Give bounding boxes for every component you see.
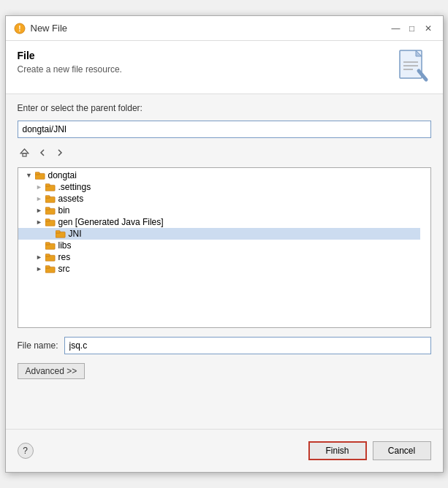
svg-rect-26 [45, 266, 50, 269]
tree-toolbar [18, 144, 431, 161]
folder-icon-JNI [55, 229, 67, 239]
forward-button[interactable] [53, 145, 67, 160]
tree-label-src: src [58, 264, 70, 274]
tree-item-gen[interactable]: ► gen [Generated Java Files] [18, 216, 420, 228]
tree-content: ▼ dongtai ► [18, 168, 430, 276]
tree-label-res: res [58, 252, 71, 262]
title-bar: ! New File — □ ✕ [6, 16, 443, 41]
svg-text:!: ! [18, 25, 20, 33]
tree-label-settings: .settings [58, 182, 91, 192]
folder-label: Enter or select the parent folder: [18, 103, 431, 113]
tree-label-dongtai: dongtai [48, 170, 77, 180]
file-name-input[interactable] [64, 337, 431, 354]
svg-rect-22 [45, 243, 50, 245]
svg-rect-24 [45, 254, 50, 257]
tree-label-libs: libs [58, 240, 72, 251]
tree-toggle-res[interactable]: ► [34, 252, 45, 262]
back-button[interactable] [35, 145, 50, 160]
cancel-button[interactable]: Cancel [373, 441, 431, 460]
tree-toggle-dongtai[interactable]: ▼ [24, 170, 34, 180]
title-bar-left: ! New File [13, 22, 68, 35]
dialog-footer: ? Finish Cancel [6, 429, 443, 472]
tree-item-JNI[interactable]: ► JNI [18, 228, 420, 240]
footer-right: Finish Cancel [308, 441, 431, 460]
tree-item-assets[interactable]: ► assets [18, 193, 420, 205]
dialog-body: Enter or select the parent folder: [6, 94, 443, 423]
tree-label-bin: bin [58, 205, 70, 216]
tree-toggle-assets[interactable]: ► [34, 194, 45, 204]
dialog-title: New File [31, 23, 68, 34]
title-bar-controls: — □ ✕ [389, 21, 436, 36]
maximize-button[interactable]: □ [405, 21, 419, 36]
svg-rect-18 [45, 219, 50, 222]
folder-icon-src [45, 264, 56, 274]
folder-icon-libs [45, 240, 56, 251]
tree-label-gen: gen [Generated Java Files] [58, 217, 164, 227]
tree-item-res[interactable]: ► res [18, 251, 420, 263]
tree-item-settings[interactable]: ► .settings [18, 181, 420, 193]
home-button[interactable] [18, 145, 32, 160]
header-title: File [18, 50, 122, 61]
close-button[interactable]: ✕ [421, 21, 436, 36]
folder-tree[interactable]: ▼ dongtai ► [18, 167, 431, 328]
minimize-button[interactable]: — [389, 21, 403, 36]
svg-marker-7 [20, 149, 29, 153]
header-subtitle: Create a new file resource. [18, 64, 122, 75]
tree-toggle-src[interactable]: ► [34, 264, 45, 274]
dialog-icon: ! [13, 22, 26, 35]
footer-left: ? [18, 443, 34, 459]
folder-icon-dongtai [34, 170, 46, 180]
advanced-button[interactable]: Advanced >> [18, 363, 86, 379]
tree-toggle-gen[interactable]: ► [34, 217, 45, 227]
spacer [18, 385, 431, 414]
svg-rect-10 [35, 172, 39, 175]
tree-label-JNI: JNI [69, 229, 82, 239]
file-icon [396, 50, 431, 85]
header-text: File Create a new file resource. [18, 50, 122, 75]
help-button[interactable]: ? [18, 443, 34, 459]
folder-icon-res [45, 252, 56, 262]
dialog-header: File Create a new file resource. [6, 41, 443, 94]
svg-rect-14 [45, 196, 50, 199]
file-name-label: File name: [18, 340, 58, 351]
folder-input[interactable] [18, 121, 431, 138]
folder-icon-assets [45, 194, 56, 204]
svg-rect-16 [45, 207, 50, 210]
tree-toggle-settings[interactable]: ► [34, 182, 45, 192]
tree-item-bin[interactable]: ► bin [18, 205, 420, 216]
folder-icon-settings [45, 182, 56, 192]
tree-item-dongtai[interactable]: ▼ dongtai [18, 169, 420, 181]
svg-rect-20 [56, 231, 60, 234]
tree-item-src[interactable]: ► src [18, 263, 420, 275]
tree-toggle-bin[interactable]: ► [34, 205, 45, 216]
finish-button[interactable]: Finish [308, 441, 367, 460]
tree-item-libs[interactable]: ► libs [18, 240, 420, 251]
svg-rect-12 [45, 184, 50, 187]
folder-icon-bin [45, 205, 56, 216]
file-name-row: File name: [18, 337, 431, 354]
new-file-dialog: ! New File — □ ✕ File Create a new file … [5, 15, 444, 473]
tree-label-assets: assets [58, 194, 84, 204]
folder-icon-gen [45, 217, 56, 227]
svg-rect-8 [23, 153, 26, 156]
